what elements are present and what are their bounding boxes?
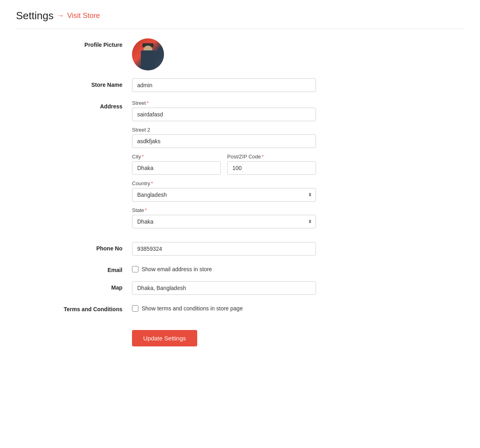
email-row: Email Show email address in store [60, 264, 420, 273]
phone-label: Phone No [60, 242, 132, 252]
store-name-input[interactable] [132, 78, 316, 92]
zip-required: * [262, 154, 264, 160]
street2-label: Street 2 [132, 127, 316, 133]
terms-field: Show terms and conditions in store page [132, 303, 316, 312]
show-terms-label[interactable]: Show terms and conditions in store page [142, 305, 243, 312]
zip-label: Post/ZIP Code* [227, 154, 316, 160]
street-field: Street* [132, 100, 316, 121]
country-select[interactable]: Bangladesh India United States United Ki… [132, 188, 316, 202]
show-terms-checkbox-row: Show terms and conditions in store page [132, 303, 316, 312]
page-title: Settings [16, 10, 54, 22]
visit-store-link[interactable]: Visit Store [67, 12, 100, 20]
state-select[interactable]: Dhaka Chittagong Rajshahi Sylhet [132, 215, 316, 228]
street-required: * [147, 100, 149, 106]
country-label: Country* [132, 180, 316, 186]
map-label: Map [60, 281, 132, 291]
show-email-label[interactable]: Show email address in store [142, 266, 212, 272]
phone-input[interactable] [132, 242, 316, 256]
show-email-checkbox-row: Show email address in store [132, 264, 316, 272]
show-terms-checkbox[interactable] [132, 305, 138, 312]
profile-picture-label: Profile Picture [60, 38, 132, 48]
avatar-image [132, 38, 164, 70]
country-required: * [151, 180, 153, 186]
address-block: Street* Street 2 City* [132, 100, 316, 234]
country-field: Country* Bangladesh India United States … [132, 180, 316, 202]
street-label: Street* [132, 100, 316, 106]
street2-input[interactable] [132, 134, 316, 148]
city-zip-row: City* Post/ZIP Code* [132, 154, 316, 180]
terms-row: Terms and Conditions Show terms and cond… [60, 303, 420, 312]
phone-field [132, 242, 316, 256]
city-input[interactable] [132, 161, 221, 175]
profile-picture-field [132, 38, 316, 70]
street2-field: Street 2 [132, 127, 316, 148]
map-input[interactable] [132, 281, 316, 295]
update-settings-button[interactable]: Update Settings [132, 330, 197, 346]
page-wrapper: Settings → Visit Store Profile Picture S… [0, 0, 480, 448]
city-label: City* [132, 154, 221, 160]
email-label: Email [60, 264, 132, 273]
street-input[interactable] [132, 108, 316, 121]
store-name-label: Store Name [60, 78, 132, 88]
zip-field: Post/ZIP Code* [227, 154, 316, 175]
state-required: * [145, 207, 147, 213]
state-field: State* Dhaka Chittagong Rajshahi Sylhet … [132, 207, 316, 228]
form-section: Profile Picture Store Name Address [60, 38, 420, 346]
address-row: Address Street* Street 2 [60, 100, 420, 234]
country-select-wrapper: Bangladesh India United States United Ki… [132, 188, 316, 202]
store-name-row: Store Name [60, 78, 420, 92]
address-label: Address [60, 100, 132, 110]
update-button-row: Update Settings [60, 320, 420, 346]
avatar-figure [141, 50, 155, 70]
terms-label: Terms and Conditions [60, 303, 132, 312]
page-header: Settings → Visit Store [16, 10, 464, 29]
header-arrow: → [57, 12, 64, 20]
store-name-field [132, 78, 316, 92]
email-field: Show email address in store [132, 264, 316, 272]
state-label: State* [132, 207, 316, 213]
show-email-checkbox[interactable] [132, 266, 138, 272]
city-field: City* [132, 154, 221, 175]
profile-picture-row: Profile Picture [60, 38, 420, 70]
phone-row: Phone No [60, 242, 420, 256]
city-required: * [142, 154, 144, 160]
map-row: Map [60, 281, 420, 295]
avatar[interactable] [132, 38, 164, 70]
zip-input[interactable] [227, 161, 316, 175]
map-field [132, 281, 316, 295]
state-select-wrapper: Dhaka Chittagong Rajshahi Sylhet ⬍ [132, 215, 316, 228]
